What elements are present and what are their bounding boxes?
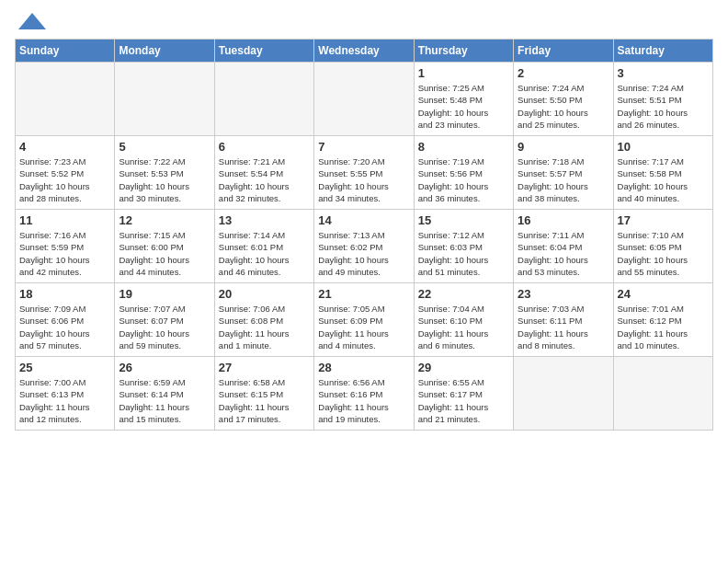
calendar-cell: 3Sunrise: 7:24 AM Sunset: 5:51 PM Daylig… bbox=[613, 63, 712, 136]
calendar-cell: 27Sunrise: 6:58 AM Sunset: 6:15 PM Dayli… bbox=[214, 357, 313, 431]
day-number: 26 bbox=[119, 361, 210, 374]
calendar-cell: 4Sunrise: 7:23 AM Sunset: 5:52 PM Daylig… bbox=[16, 136, 115, 210]
calendar-cell bbox=[16, 63, 115, 136]
calendar-week-row: 1Sunrise: 7:25 AM Sunset: 5:48 PM Daylig… bbox=[16, 63, 713, 136]
logo-icon bbox=[18, 13, 46, 29]
day-info: Sunrise: 7:23 AM Sunset: 5:52 PM Dayligh… bbox=[19, 155, 110, 204]
svg-marker-0 bbox=[18, 13, 46, 29]
day-number: 15 bbox=[418, 213, 509, 227]
calendar-cell: 19Sunrise: 7:07 AM Sunset: 6:07 PM Dayli… bbox=[115, 283, 214, 357]
day-number: 21 bbox=[318, 287, 409, 301]
calendar-cell: 22Sunrise: 7:04 AM Sunset: 6:10 PM Dayli… bbox=[414, 283, 513, 357]
calendar-cell: 10Sunrise: 7:17 AM Sunset: 5:58 PM Dayli… bbox=[613, 136, 712, 210]
day-number: 11 bbox=[19, 213, 110, 227]
header-day-friday: Friday bbox=[514, 40, 613, 63]
day-number: 13 bbox=[219, 213, 310, 227]
header-day-wednesday: Wednesday bbox=[314, 40, 414, 63]
day-number: 22 bbox=[418, 287, 509, 301]
calendar-cell: 29Sunrise: 6:55 AM Sunset: 6:17 PM Dayli… bbox=[414, 357, 513, 431]
day-info: Sunrise: 7:24 AM Sunset: 5:50 PM Dayligh… bbox=[518, 82, 609, 131]
calendar-cell: 7Sunrise: 7:20 AM Sunset: 5:55 PM Daylig… bbox=[314, 136, 414, 210]
day-number: 5 bbox=[119, 140, 210, 154]
header-day-monday: Monday bbox=[115, 40, 214, 63]
day-info: Sunrise: 7:04 AM Sunset: 6:10 PM Dayligh… bbox=[418, 303, 509, 351]
calendar-cell bbox=[314, 63, 414, 136]
day-info: Sunrise: 7:16 AM Sunset: 5:59 PM Dayligh… bbox=[19, 229, 110, 278]
header-day-thursday: Thursday bbox=[414, 40, 513, 63]
day-info: Sunrise: 7:24 AM Sunset: 5:51 PM Dayligh… bbox=[618, 82, 709, 131]
calendar-cell: 25Sunrise: 7:00 AM Sunset: 6:13 PM Dayli… bbox=[16, 357, 115, 431]
calendar-week-row: 25Sunrise: 7:00 AM Sunset: 6:13 PM Dayli… bbox=[16, 357, 713, 431]
day-info: Sunrise: 7:06 AM Sunset: 6:08 PM Dayligh… bbox=[219, 303, 310, 351]
day-info: Sunrise: 7:25 AM Sunset: 5:48 PM Dayligh… bbox=[418, 82, 509, 131]
page-header bbox=[15, 15, 713, 29]
day-info: Sunrise: 7:17 AM Sunset: 5:58 PM Dayligh… bbox=[618, 155, 709, 204]
calendar-table: SundayMondayTuesdayWednesdayThursdayFrid… bbox=[15, 39, 713, 431]
day-number: 3 bbox=[618, 66, 709, 80]
day-info: Sunrise: 7:11 AM Sunset: 6:04 PM Dayligh… bbox=[518, 229, 609, 278]
day-info: Sunrise: 6:56 AM Sunset: 6:16 PM Dayligh… bbox=[318, 376, 409, 425]
day-info: Sunrise: 6:58 AM Sunset: 6:15 PM Dayligh… bbox=[219, 376, 310, 425]
calendar-cell: 28Sunrise: 6:56 AM Sunset: 6:16 PM Dayli… bbox=[314, 357, 414, 431]
day-number: 18 bbox=[19, 287, 110, 301]
day-number: 9 bbox=[518, 140, 609, 154]
day-info: Sunrise: 7:19 AM Sunset: 5:56 PM Dayligh… bbox=[418, 155, 509, 204]
day-info: Sunrise: 6:59 AM Sunset: 6:14 PM Dayligh… bbox=[119, 376, 210, 425]
logo bbox=[15, 15, 46, 29]
calendar-cell: 15Sunrise: 7:12 AM Sunset: 6:03 PM Dayli… bbox=[414, 210, 513, 283]
calendar-week-row: 4Sunrise: 7:23 AM Sunset: 5:52 PM Daylig… bbox=[16, 136, 713, 210]
calendar-cell: 13Sunrise: 7:14 AM Sunset: 6:01 PM Dayli… bbox=[214, 210, 313, 283]
day-number: 14 bbox=[318, 213, 409, 227]
day-info: Sunrise: 7:00 AM Sunset: 6:13 PM Dayligh… bbox=[19, 376, 110, 425]
day-info: Sunrise: 7:18 AM Sunset: 5:57 PM Dayligh… bbox=[518, 155, 609, 204]
day-info: Sunrise: 7:20 AM Sunset: 5:55 PM Dayligh… bbox=[318, 155, 409, 204]
day-number: 29 bbox=[418, 361, 509, 374]
calendar-week-row: 11Sunrise: 7:16 AM Sunset: 5:59 PM Dayli… bbox=[16, 210, 713, 283]
day-info: Sunrise: 7:05 AM Sunset: 6:09 PM Dayligh… bbox=[318, 303, 409, 351]
day-number: 28 bbox=[318, 361, 409, 374]
day-info: Sunrise: 7:22 AM Sunset: 5:53 PM Dayligh… bbox=[119, 155, 210, 204]
calendar-cell: 8Sunrise: 7:19 AM Sunset: 5:56 PM Daylig… bbox=[414, 136, 513, 210]
header-day-sunday: Sunday bbox=[16, 40, 115, 63]
day-info: Sunrise: 7:01 AM Sunset: 6:12 PM Dayligh… bbox=[618, 303, 709, 351]
day-number: 1 bbox=[418, 66, 509, 80]
calendar-cell: 16Sunrise: 7:11 AM Sunset: 6:04 PM Dayli… bbox=[514, 210, 613, 283]
calendar-cell: 23Sunrise: 7:03 AM Sunset: 6:11 PM Dayli… bbox=[514, 283, 613, 357]
day-number: 8 bbox=[418, 140, 509, 154]
day-info: Sunrise: 7:15 AM Sunset: 6:00 PM Dayligh… bbox=[119, 229, 210, 278]
day-number: 6 bbox=[219, 140, 310, 154]
day-number: 12 bbox=[119, 213, 210, 227]
day-info: Sunrise: 7:07 AM Sunset: 6:07 PM Dayligh… bbox=[119, 303, 210, 351]
calendar-cell: 18Sunrise: 7:09 AM Sunset: 6:06 PM Dayli… bbox=[16, 283, 115, 357]
header-day-tuesday: Tuesday bbox=[214, 40, 313, 63]
day-info: Sunrise: 7:03 AM Sunset: 6:11 PM Dayligh… bbox=[518, 303, 609, 351]
day-number: 17 bbox=[618, 213, 709, 227]
day-info: Sunrise: 7:10 AM Sunset: 6:05 PM Dayligh… bbox=[618, 229, 709, 278]
day-info: Sunrise: 7:14 AM Sunset: 6:01 PM Dayligh… bbox=[219, 229, 310, 278]
calendar-cell bbox=[613, 357, 712, 431]
calendar-cell bbox=[214, 63, 313, 136]
calendar-cell: 12Sunrise: 7:15 AM Sunset: 6:00 PM Dayli… bbox=[115, 210, 214, 283]
calendar-cell: 2Sunrise: 7:24 AM Sunset: 5:50 PM Daylig… bbox=[514, 63, 613, 136]
day-number: 24 bbox=[618, 287, 709, 301]
header-day-saturday: Saturday bbox=[613, 40, 712, 63]
calendar-cell: 6Sunrise: 7:21 AM Sunset: 5:54 PM Daylig… bbox=[214, 136, 313, 210]
calendar-cell: 1Sunrise: 7:25 AM Sunset: 5:48 PM Daylig… bbox=[414, 63, 513, 136]
day-number: 2 bbox=[518, 66, 609, 80]
day-number: 19 bbox=[119, 287, 210, 301]
calendar-header-row: SundayMondayTuesdayWednesdayThursdayFrid… bbox=[16, 40, 713, 63]
calendar-cell bbox=[115, 63, 214, 136]
calendar-cell bbox=[514, 357, 613, 431]
day-info: Sunrise: 6:55 AM Sunset: 6:17 PM Dayligh… bbox=[418, 376, 509, 425]
day-number: 20 bbox=[219, 287, 310, 301]
day-number: 7 bbox=[318, 140, 409, 154]
day-number: 10 bbox=[618, 140, 709, 154]
calendar-cell: 11Sunrise: 7:16 AM Sunset: 5:59 PM Dayli… bbox=[16, 210, 115, 283]
day-info: Sunrise: 7:13 AM Sunset: 6:02 PM Dayligh… bbox=[318, 229, 409, 278]
calendar-cell: 9Sunrise: 7:18 AM Sunset: 5:57 PM Daylig… bbox=[514, 136, 613, 210]
day-number: 23 bbox=[518, 287, 609, 301]
day-info: Sunrise: 7:12 AM Sunset: 6:03 PM Dayligh… bbox=[418, 229, 509, 278]
day-number: 27 bbox=[219, 361, 310, 374]
calendar-cell: 24Sunrise: 7:01 AM Sunset: 6:12 PM Dayli… bbox=[613, 283, 712, 357]
calendar-cell: 21Sunrise: 7:05 AM Sunset: 6:09 PM Dayli… bbox=[314, 283, 414, 357]
